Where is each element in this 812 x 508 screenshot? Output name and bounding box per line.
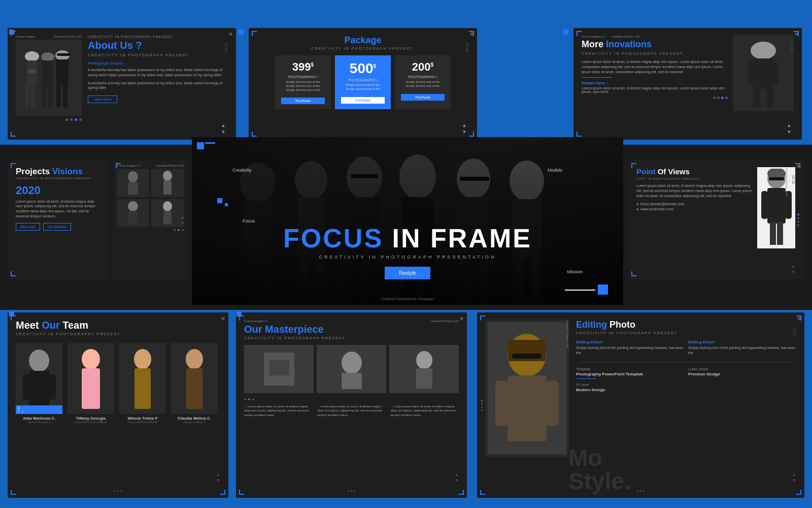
email-row: focus.domain@domain.com (636, 202, 752, 206)
slide-number: 02 10 (793, 328, 796, 337)
svg-rect-64 (23, 374, 30, 400)
photo-dots (16, 118, 82, 121)
photos-label: Greatest Photos 100 (54, 35, 82, 38)
svg-point-48 (163, 171, 172, 181)
nav-up-icon[interactable]: ▲ (221, 122, 226, 128)
svg-rect-3 (31, 87, 35, 107)
member-4-name: Claudia Melina C. (171, 416, 218, 421)
ellipsis-btn[interactable]: • • • (636, 488, 645, 494)
nav-down-icon[interactable]: ▼ (181, 220, 185, 225)
svg-rect-83 (546, 380, 559, 426)
close-icon[interactable]: ✕ (459, 315, 464, 322)
nav-down-icon[interactable]: ▼ (462, 129, 467, 135)
nav-down-icon[interactable]: ▼ (221, 129, 226, 135)
plan-3: PHOTOGRAPHY I (401, 75, 445, 79)
pov-subtitle: IVITY IN PHOTOGRAPH PRESENT. (636, 177, 752, 180)
purchase-btn-1[interactable]: Purchase (281, 98, 325, 104)
svg-rect-69 (134, 368, 151, 409)
team-subtitle: CREATIVITY IN PHOTOGRAPHY PRESENT. (16, 332, 220, 336)
close-icon[interactable]: ✕ (794, 31, 799, 38)
nav-down-icon[interactable]: ▼ (792, 478, 796, 483)
price-1: 399$ (281, 60, 325, 74)
effect-2-label: Editing Effect (688, 340, 796, 344)
innovations-subtitle: CREATIVITY IN PHOTOGRAPH PRESENT. (582, 52, 728, 55)
svg-rect-18 (748, 62, 756, 85)
svg-point-50 (128, 201, 138, 211)
style-label: Lower South (688, 367, 796, 371)
hero-restyle-button[interactable]: Restyle (385, 267, 430, 279)
bullet-1: ✓ Lorem ipsum dolor sit amet, di dolore … (244, 404, 312, 417)
masterpiece-grid (244, 345, 459, 393)
svg-rect-65 (49, 374, 56, 400)
nav-up-icon[interactable]: ▲ (181, 214, 185, 219)
ellipsis-btn[interactable]: • • • (347, 488, 355, 494)
bullet-dot (636, 203, 638, 205)
details-label: Details Here : (582, 81, 728, 85)
price-3: 200$ (401, 60, 445, 74)
our-mission-button[interactable]: Our Mission (43, 223, 71, 231)
slide-label: CREATIVITY IN PHOTOGRAPH PRESENT. (88, 35, 228, 39)
nav-up-icon[interactable]: ▲ (216, 472, 220, 477)
nav-down-icon[interactable]: ▼ (216, 478, 220, 483)
frame-label: Frame Images (16, 35, 36, 38)
nav-up-icon[interactable]: ▲ (792, 472, 796, 477)
website-row: www.ourdomain.com (636, 207, 752, 211)
studios-link[interactable]: Photograph Studios (88, 61, 228, 66)
ellipsis-btn[interactable]: • • • (114, 488, 122, 494)
more-word: More (582, 39, 603, 49)
pov-body: Lorem ipsum dolor sit amet, di dolore ma… (636, 183, 752, 198)
hero-blue-text: FOCUS (283, 224, 383, 253)
more-info-button[interactable]: More Info (16, 223, 40, 231)
close-icon[interactable]: ✕ (221, 315, 225, 322)
template-label: Template (576, 367, 684, 371)
nav-down-icon[interactable]: ▼ (791, 270, 795, 274)
email-text: focus.domain@domain.com (640, 202, 685, 206)
svg-rect-56 (767, 188, 786, 224)
nav-up-icon[interactable]: ▲ (787, 122, 792, 128)
member-3-svg (121, 348, 164, 414)
close-icon[interactable]: ✕ (797, 315, 801, 322)
nav-down-icon[interactable]: ▼ (455, 478, 459, 483)
team-member-1: 1 2 1 Julia Marlessa C. HEAD PROJECT (16, 343, 62, 424)
nav-down-icon[interactable]: ▼ (787, 129, 792, 135)
effect-1-text: Simply dummy text of the printing and ty… (576, 345, 684, 356)
svg-rect-0 (25, 51, 39, 61)
member-1-role: HEAD PROJECT (16, 421, 62, 424)
svg-rect-51 (128, 211, 138, 225)
person-svg-3 (123, 201, 143, 226)
innovations-word: Inovations (606, 39, 652, 49)
effect-1-label: Editing Effect (576, 340, 684, 344)
corner-line-tl (205, 142, 215, 144)
svg-rect-15 (753, 58, 773, 89)
about-title: About Us ? (88, 40, 228, 51)
innovations-body: Lorem ipsum dolor sit amet, di dolore ma… (582, 59, 728, 74)
slide-about: ✕ 02 00 Frame Images Greatest Photos 100 (8, 28, 236, 140)
nav-up-icon[interactable]: ▲ (791, 264, 795, 269)
svg-rect-67 (82, 368, 100, 409)
slide-number: 02 10 (792, 175, 795, 184)
masterpiece-bullets: ✓ Lorem ipsum dolor sit amet, di dolore … (244, 404, 459, 417)
svg-rect-2 (25, 87, 29, 107)
design-label: ST level (576, 383, 684, 387)
svg-rect-10 (56, 86, 61, 107)
hero-white-text: IN FRAME (392, 224, 532, 253)
close-icon[interactable]: ✕ (469, 31, 474, 38)
pov-text: Point Of Views IVITY IN PHOTOGRAPH PRESE… (636, 167, 752, 248)
corner-sq-tl (197, 142, 204, 149)
grid-cell-1 (117, 169, 149, 197)
price-card-3: 200$ PHOTOGRAPHY I Simply dummy text of … (395, 55, 451, 109)
purchase-btn-3[interactable]: Purchase (401, 94, 445, 101)
svg-rect-84 (512, 354, 542, 359)
svg-point-46 (128, 171, 138, 182)
learn-more-button[interactable]: Learn More (88, 96, 117, 103)
photos-label: Greatest Photos 100 (612, 35, 639, 38)
team-grid: 1 2 1 Julia Marlessa C. HEAD PROJECT Tif… (16, 343, 220, 424)
close-icon[interactable]: ✕ (228, 31, 233, 38)
design-info: ST level Modern Design (576, 383, 684, 392)
nav-up-icon[interactable]: ▲ (455, 472, 459, 477)
nav-up-icon[interactable]: ▲ (462, 122, 467, 128)
close-icon[interactable]: ✕ (796, 163, 800, 170)
innovations-photo (733, 35, 794, 111)
nav-arrows: ▲ ▼ (462, 122, 467, 135)
purchase-btn-2[interactable]: Purchase (341, 97, 385, 104)
